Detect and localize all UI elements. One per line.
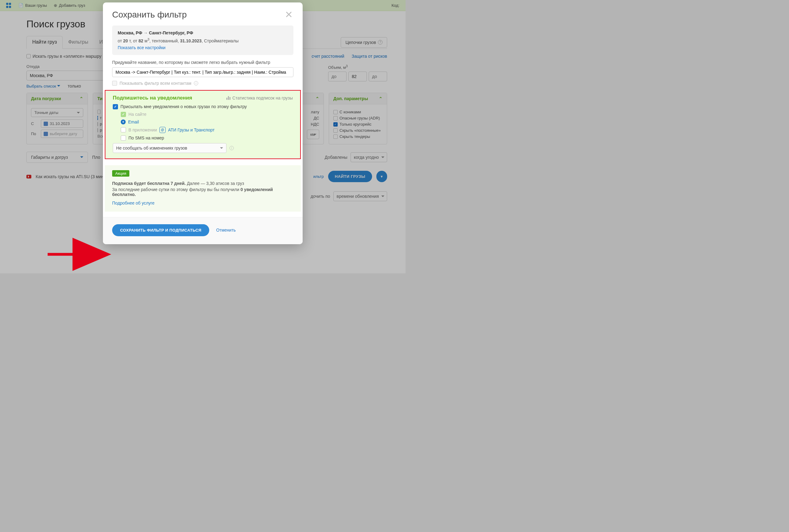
notify-email[interactable]: + Email: [121, 119, 293, 125]
changes-select[interactable]: Не сообщать об изменениях грузов: [113, 143, 226, 153]
promo-badge: Акция: [112, 170, 129, 177]
callout-arrow-icon: [48, 249, 112, 262]
app-icon: @: [159, 127, 166, 133]
info-icon[interactable]: i: [194, 81, 198, 86]
name-prompt: Придумайте название, по которому вы смож…: [112, 60, 294, 65]
modal-title: Сохранить фильтр: [112, 10, 187, 20]
notify-onsite[interactable]: На сайте: [121, 112, 293, 117]
notifications-block: Подпишитесь на уведомления Статистика по…: [105, 90, 301, 159]
promo-block: Акция Подписка будет бесплатна 7 дней. Д…: [105, 165, 301, 212]
show-all-settings-link[interactable]: Показать все настройки: [118, 45, 166, 50]
plus-icon: +: [121, 119, 126, 125]
filter-name-input[interactable]: [112, 67, 294, 77]
cancel-button[interactable]: Отменить: [216, 228, 236, 232]
notify-sms[interactable]: По SMS на номер: [121, 135, 293, 141]
filter-summary-card: Москва, РФ → Санкт-Петербург, РФ от 20 т…: [112, 25, 294, 55]
save-filter-subscribe-button[interactable]: СОХРАНИТЬ ФИЛЬТР И ПОДПИСАТЬСЯ: [112, 224, 209, 236]
stats-link[interactable]: Статистика подписок на грузы: [226, 96, 293, 100]
close-icon: [285, 11, 292, 18]
notify-app[interactable]: В приложении @ АТИ Грузы и Транспорт: [121, 127, 293, 133]
info-icon[interactable]: i: [229, 146, 234, 150]
notify-main-checkbox[interactable]: Присылать мне уведомления о новых грузах…: [113, 104, 293, 109]
share-filter-checkbox[interactable]: [112, 81, 117, 86]
bars-icon: [226, 96, 230, 100]
close-button[interactable]: [284, 10, 294, 20]
share-filter-row[interactable]: Показывать фильтр всем контактам i: [112, 81, 294, 86]
promo-more-link[interactable]: Подробнее об услуге: [112, 201, 154, 206]
save-filter-modal: Сохранить фильтр Москва, РФ → Санкт-Пете…: [103, 2, 303, 244]
notifications-title: Подпишитесь на уведомления: [113, 95, 192, 101]
